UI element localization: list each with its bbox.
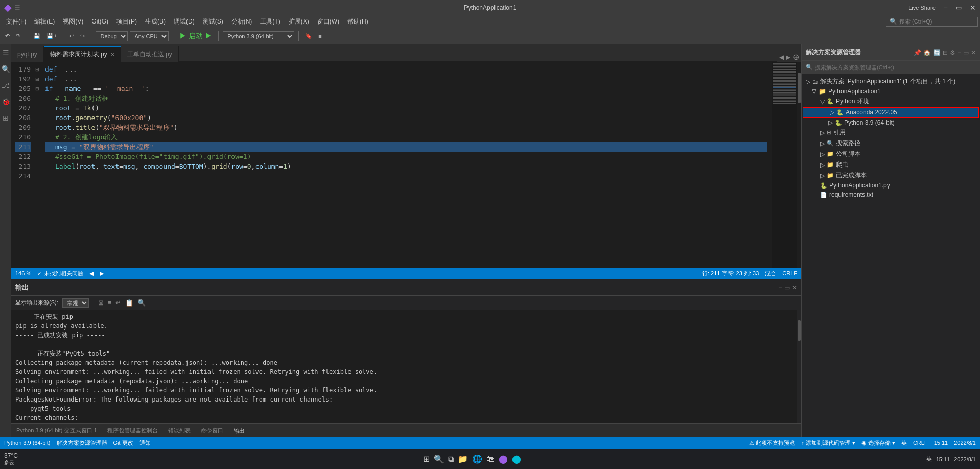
windows-start-icon[interactable]: ⊞ xyxy=(423,454,430,464)
debug-config-dropdown[interactable]: Debug xyxy=(96,31,128,41)
zoom-level[interactable]: 146 % xyxy=(15,270,31,276)
tab-interactive[interactable]: Python 3.9 (64-bit) 交互式窗口 1 xyxy=(11,425,102,436)
tab-material[interactable]: 物料需求周计划表.py ✕ xyxy=(44,46,121,62)
code-content[interactable]: def ... def ... if __name__ == '__main__… xyxy=(41,62,772,268)
statusbar-python-env[interactable]: Python 3.9 (64-bit) xyxy=(4,440,51,446)
tab-scroll-right-icon[interactable]: ▶ xyxy=(786,54,790,61)
display-source-select[interactable]: 常规 xyxy=(62,298,89,308)
tree-company-scripts[interactable]: ▷ 📁 公司脚本 xyxy=(802,149,980,159)
tab-workorder[interactable]: 工单自动推送.py xyxy=(121,46,179,62)
activity-debug-icon[interactable]: 🐞 xyxy=(0,96,12,108)
menu-analyze[interactable]: 分析(N) xyxy=(227,16,256,27)
menu-extensions[interactable]: 扩展(X) xyxy=(285,16,313,27)
tree-requirements[interactable]: 📄 requirements.txt xyxy=(802,190,980,199)
python-version-dropdown[interactable]: Python 3.9 (64-bit) xyxy=(223,31,294,41)
scroll-right-btn[interactable]: ▶ xyxy=(100,270,104,277)
scroll-left-btn[interactable]: ◀ xyxy=(89,270,94,277)
output-clear-btn[interactable]: ⊠ xyxy=(97,298,105,308)
editor-scrollbar-thumb[interactable] xyxy=(798,73,801,103)
tree-references[interactable]: ▷ ⊞ 引用 xyxy=(802,127,980,138)
store-icon[interactable]: 🛍 xyxy=(486,455,495,464)
menu-window[interactable]: 窗口(W) xyxy=(313,16,343,27)
activity-git-icon[interactable]: ⎇ xyxy=(0,79,12,91)
cpu-config-dropdown[interactable]: Any CPU xyxy=(130,31,169,41)
menu-icon[interactable]: ☰ xyxy=(14,4,20,12)
statusbar-git[interactable]: Git 更改 xyxy=(113,439,133,447)
fold-192[interactable]: ⊞ xyxy=(34,74,41,84)
toolbar-undo-btn[interactable]: ↩ xyxy=(67,32,76,40)
toolbar-forward-btn[interactable]: ↷ xyxy=(14,32,22,40)
menu-project[interactable]: 项目(P) xyxy=(112,16,141,27)
search-taskbar-icon[interactable]: 🔍 xyxy=(434,454,444,464)
tab-package-mgr[interactable]: 程序包管理器控制台 xyxy=(102,425,163,436)
tree-solution-root[interactable]: ▷ 🗂 解决方案 'PythonApplication1' (1 个项目，共 1… xyxy=(802,76,980,87)
sol-settings-icon[interactable]: ⚙ xyxy=(950,49,955,56)
statusbar-solution-explorer[interactable]: 解决方案资源管理器 xyxy=(57,439,107,447)
sol-float-icon[interactable]: ▭ xyxy=(963,49,969,56)
output-scrollbar-thumb[interactable] xyxy=(798,320,801,341)
toolbar-redo-btn[interactable]: ↪ xyxy=(78,32,87,40)
menu-test[interactable]: 测试(S) xyxy=(199,16,227,27)
tab-add-icon[interactable]: ⊕ xyxy=(792,52,799,62)
output-find-btn[interactable]: 🔍 xyxy=(136,298,147,308)
output-float-icon[interactable]: ▭ xyxy=(784,284,790,291)
tab-error-list[interactable]: 错误列表 xyxy=(163,425,196,436)
solution-search-input[interactable] xyxy=(815,64,976,71)
tree-spider[interactable]: ▷ 📁 爬虫 xyxy=(802,159,980,170)
output-text[interactable]: ---- 正在安装 pip ---- pip is already availa… xyxy=(11,310,797,423)
output-scrollbar[interactable] xyxy=(797,310,801,423)
extra-icon1[interactable]: ⬤ xyxy=(512,454,521,464)
file-explorer-icon[interactable]: 📁 xyxy=(458,454,468,464)
menu-view[interactable]: 视图(V) xyxy=(59,16,87,27)
sol-close-icon[interactable]: ✕ xyxy=(971,49,976,56)
output-copy-btn[interactable]: 📋 xyxy=(124,298,134,308)
menu-edit[interactable]: 编辑(E) xyxy=(30,16,59,27)
output-close-icon[interactable]: ✕ xyxy=(792,284,797,291)
fold-179[interactable]: ⊞ xyxy=(34,64,41,74)
output-minimize-icon[interactable]: − xyxy=(779,284,782,291)
tab-scroll-left-icon[interactable]: ◀ xyxy=(779,54,784,61)
fold-205[interactable]: ⊟ xyxy=(34,84,41,93)
menu-debug[interactable]: 调试(D) xyxy=(170,16,199,27)
tab-pyqt[interactable]: pyqt.py xyxy=(11,46,44,62)
activity-explorer-icon[interactable]: ☰ xyxy=(1,46,11,59)
toolbar-extra-btn[interactable]: ≡ xyxy=(316,32,323,40)
sol-minimize-icon[interactable]: − xyxy=(958,49,961,56)
tab-material-close[interactable]: ✕ xyxy=(110,52,114,57)
tab-output[interactable]: 输出 xyxy=(228,425,250,437)
maximize-button[interactable]: ▭ xyxy=(956,4,962,11)
tree-search-path[interactable]: ▷ 🔍 搜索路径 xyxy=(802,138,980,149)
tab-command[interactable]: 命令窗口 xyxy=(196,425,228,436)
toolbar-back-btn[interactable]: ↶ xyxy=(3,32,12,40)
sol-sync-icon[interactable]: 🔄 xyxy=(933,49,941,56)
edge-icon[interactable]: 🌐 xyxy=(472,454,482,464)
bookmark-btn[interactable]: 🔖 xyxy=(303,32,314,40)
tree-anaconda[interactable]: ▷ 🐍 Anaconda 2022.05 xyxy=(803,107,979,118)
tree-python-env[interactable]: ▽ 🐍 Python 环境 xyxy=(802,96,980,107)
toolbar-saveall-btn[interactable]: 💾+ xyxy=(44,32,59,40)
activity-search-icon[interactable]: 🔍 xyxy=(0,63,12,75)
output-scroll-lock-btn[interactable]: ≡ xyxy=(107,298,113,308)
close-button[interactable]: ✕ xyxy=(970,4,976,12)
menu-git[interactable]: Git(G) xyxy=(87,17,112,26)
statusbar-add-source[interactable]: ↑ 添加到源代码管理 ▾ xyxy=(801,439,855,447)
sol-filter-icon[interactable]: ⊟ xyxy=(943,49,948,56)
tree-python39[interactable]: ▷ 🐍 Python 3.9 (64-bit) xyxy=(802,118,980,127)
statusbar-notification[interactable]: 通知 xyxy=(139,439,151,447)
sol-home-icon[interactable]: 🏠 xyxy=(923,49,931,56)
activity-extensions-icon[interactable]: ⊞ xyxy=(1,112,11,124)
menu-file[interactable]: 文件(F) xyxy=(2,16,30,27)
editor-scrollbar[interactable] xyxy=(797,62,801,268)
menu-help[interactable]: 帮助(H) xyxy=(343,16,372,27)
menu-tools[interactable]: 工具(T) xyxy=(256,16,284,27)
taskview-icon[interactable]: ⧉ xyxy=(448,455,454,464)
vs-taskbar-icon[interactable]: ⬤ xyxy=(499,454,508,464)
menu-build[interactable]: 生成(B) xyxy=(141,16,170,27)
toolbar-save-btn[interactable]: 💾 xyxy=(31,32,42,40)
tree-main-py[interactable]: 🐍 PythonApplication1.py xyxy=(802,181,980,190)
tree-project[interactable]: ▽ 📁 PythonApplication1 xyxy=(802,87,980,96)
statusbar-select-storage[interactable]: ◉ 选择存储 ▾ xyxy=(861,439,895,447)
sol-pin-icon[interactable]: 📌 xyxy=(914,49,921,56)
minimize-button[interactable]: − xyxy=(944,4,948,12)
live-share-label[interactable]: Live Share xyxy=(908,5,936,11)
